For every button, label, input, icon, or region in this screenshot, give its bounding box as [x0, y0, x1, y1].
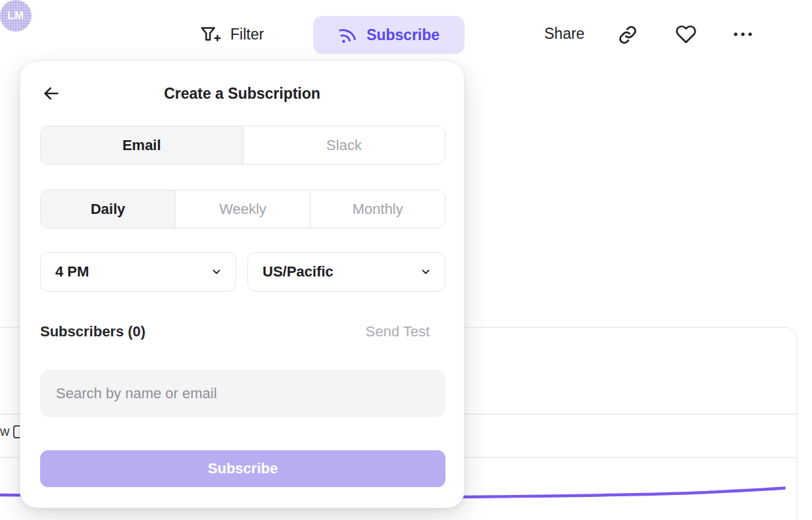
frequency-segmented-control: Daily Weekly Monthly: [40, 190, 445, 228]
chevron-down-icon: [420, 266, 432, 278]
subscribe-toolbar-button[interactable]: Subscribe: [313, 16, 465, 54]
tab-slack[interactable]: Slack: [243, 126, 445, 164]
timezone-select[interactable]: US/Pacific: [247, 252, 445, 292]
channel-segmented-control: Email Slack: [40, 126, 445, 165]
schedule-row: 4 PM US/Pacific: [40, 252, 445, 292]
chevron-down-icon: [211, 266, 222, 278]
link-icon: [617, 24, 638, 45]
subscribe-submit-button[interactable]: Subscribe: [40, 450, 445, 487]
time-select[interactable]: 4 PM: [40, 252, 236, 292]
avatar[interactable]: LM: [0, 0, 32, 32]
heart-icon: [675, 24, 697, 45]
subscribe-label: Subscribe: [367, 26, 440, 44]
tab-monthly[interactable]: Monthly: [310, 190, 445, 228]
filter-label: Filter: [230, 26, 264, 43]
create-subscription-modal: Create a Subscription Email Slack Daily …: [20, 61, 465, 508]
favorite-button[interactable]: [675, 24, 697, 45]
filter-button[interactable]: Filter: [199, 24, 264, 45]
partial-text: w: [0, 424, 9, 439]
time-select-value: 4 PM: [55, 263, 89, 280]
filter-plus-icon: [199, 24, 222, 45]
share-button[interactable]: Share: [544, 25, 584, 43]
rss-icon: [336, 24, 359, 46]
subscriber-search-input[interactable]: [40, 369, 445, 417]
back-button[interactable]: [41, 83, 62, 104]
share-label: Share: [544, 25, 584, 43]
arrow-left-icon: [42, 84, 61, 103]
tab-daily[interactable]: Daily: [41, 190, 175, 228]
toolbar: Filter Subscribe LM Share: [0, 0, 812, 68]
timezone-select-value: US/Pacific: [263, 263, 334, 280]
tab-email[interactable]: Email: [41, 126, 243, 164]
modal-title: Create a Subscription: [20, 85, 464, 103]
subscribers-row: Subscribers (0) Send Test: [40, 323, 445, 340]
avatar-initials: LM: [7, 9, 24, 22]
more-menu-button[interactable]: [732, 29, 754, 39]
subscribers-count-label: Subscribers (0): [40, 323, 145, 340]
ellipsis-icon: [732, 29, 754, 39]
copy-link-button[interactable]: [617, 24, 638, 45]
modal-header: Create a Subscription: [20, 78, 464, 109]
tab-weekly[interactable]: Weekly: [175, 190, 310, 228]
send-test-button[interactable]: Send Test: [366, 323, 430, 340]
